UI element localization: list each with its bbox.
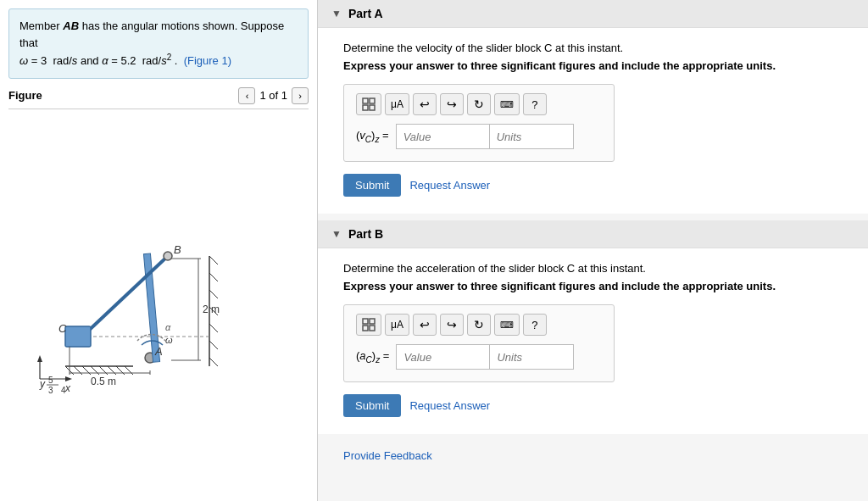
axis-y: y: [39, 378, 46, 390]
figure-title: Figure: [8, 89, 42, 102]
part-A-help-button[interactable]: ?: [523, 93, 547, 115]
part-A-value-input[interactable]: [396, 124, 489, 149]
svg-rect-29: [363, 105, 368, 110]
part-A-mu-button[interactable]: μA: [385, 93, 409, 115]
part-A-request-link[interactable]: Request Answer: [409, 179, 490, 192]
y-arrow: [37, 355, 42, 362]
part-B-matrix-button[interactable]: [356, 314, 381, 336]
part-A-undo-button[interactable]: ↩: [413, 93, 437, 115]
frac-4: 4: [61, 386, 66, 395]
figure-canvas: B C A ω α 2 m 0.5 m y x: [8, 114, 309, 493]
part-B-undo-button[interactable]: ↩: [413, 314, 437, 336]
part-B-answer-box: μA ↩ ↪ ↻ ⌨ ? (aC)z =: [343, 304, 615, 382]
part-A-body: Determine the velocity of the slider blo…: [318, 28, 868, 214]
problem-text: Member AB has the angular motions shown.…: [19, 19, 284, 67]
part-A-instruction: Express your answer to three significant…: [343, 59, 851, 72]
matrix-icon: [362, 97, 376, 111]
part-A-description: Determine the velocity of the slider blo…: [343, 42, 851, 54]
figure-header: Figure ‹ 1 of 1 ›: [8, 87, 309, 109]
label-omega: ω: [165, 335, 173, 345]
part-A-matrix-button[interactable]: [356, 93, 381, 115]
frac-5: 5: [48, 376, 53, 385]
part-B-help-button[interactable]: ?: [523, 314, 547, 336]
feedback-link[interactable]: Provide Feedback: [343, 449, 432, 462]
svg-rect-30: [370, 105, 375, 110]
part-A-input-row: (vC)z =: [356, 124, 602, 149]
part-B-section: ▼ Part B Determine the acceleration of t…: [318, 220, 868, 434]
left-panel: Member AB has the angular motions shown.…: [0, 0, 318, 501]
part-A-redo-button[interactable]: ↪: [440, 93, 464, 115]
part-A-refresh-button[interactable]: ↻: [467, 93, 491, 115]
part-B-toolbar: μA ↩ ↪ ↻ ⌨ ?: [356, 314, 602, 336]
part-B-header: ▼ Part B: [318, 220, 868, 248]
part-B-instruction: Express your answer to three significant…: [343, 280, 851, 292]
svg-rect-31: [363, 319, 368, 324]
part-B-value-input[interactable]: [396, 344, 489, 370]
svg-rect-34: [370, 326, 375, 331]
slider-C: [65, 326, 91, 347]
label-alpha: α: [165, 322, 171, 332]
part-A-title: Part A: [348, 7, 383, 20]
part-B-mu-button[interactable]: μA: [385, 314, 409, 336]
svg-rect-32: [370, 319, 375, 324]
part-B-submit-button[interactable]: Submit: [343, 394, 401, 417]
label-B: B: [174, 243, 181, 256]
figure-nav: ‹ 1 of 1 ›: [238, 87, 309, 104]
figure-link[interactable]: (Figure 1): [184, 54, 231, 67]
part-B-actions: Submit Request Answer: [343, 394, 851, 417]
part-A-toolbar: μA ↩ ↪ ↻ ⌨ ?: [356, 93, 602, 115]
svg-line-12: [209, 290, 218, 298]
svg-rect-33: [363, 326, 368, 331]
part-B-description: Determine the acceleration of the slider…: [343, 262, 851, 275]
svg-line-10: [209, 256, 218, 264]
svg-line-14: [209, 324, 218, 332]
feedback-section: Provide Feedback: [318, 441, 868, 479]
part-A-header: ▼ Part A: [318, 0, 868, 28]
svg-rect-28: [370, 98, 375, 103]
part-A-answer-box: μA ↩ ↪ ↻ ⌨ ? (vC)z =: [343, 84, 615, 162]
part-B-arrow[interactable]: ▼: [331, 228, 342, 240]
part-B-redo-button[interactable]: ↪: [440, 314, 464, 336]
part-B-body: Determine the acceleration of the slider…: [318, 248, 868, 434]
part-B-title: Part B: [348, 227, 383, 241]
figure-section: Figure ‹ 1 of 1 ›: [8, 87, 309, 493]
part-A-keyboard-button[interactable]: ⌨: [494, 93, 520, 115]
x-arrow: [65, 376, 72, 381]
frac-3: 3: [48, 386, 53, 395]
label-A: A: [154, 345, 163, 358]
part-B-keyboard-button[interactable]: ⌨: [494, 314, 520, 336]
part-A-arrow[interactable]: ▼: [331, 8, 342, 19]
figure-svg: B C A ω α 2 m 0.5 m y x: [23, 209, 294, 396]
part-B-refresh-button[interactable]: ↻: [467, 314, 491, 336]
part-A-section: ▼ Part A Determine the velocity of the s…: [318, 0, 868, 214]
label-C: C: [58, 322, 67, 335]
part-A-input-label: (vC)z =: [356, 129, 389, 144]
dim-05m: 0.5 m: [91, 376, 116, 387]
part-B-units-input[interactable]: [489, 344, 574, 370]
figure-prev-button[interactable]: ‹: [238, 87, 255, 104]
problem-statement: Member AB has the angular motions shown.…: [8, 8, 309, 79]
figure-page-label: 1 of 1: [259, 89, 287, 102]
part-A-submit-button[interactable]: Submit: [343, 174, 401, 197]
part-B-input-row: (aC)z =: [356, 344, 602, 370]
right-panel: ▼ Part A Determine the velocity of the s…: [318, 0, 868, 501]
svg-rect-27: [363, 98, 368, 103]
part-B-input-label: (aC)z =: [356, 349, 389, 365]
matrix-icon-b: [362, 318, 376, 331]
figure-next-button[interactable]: ›: [292, 87, 309, 104]
svg-line-15: [209, 341, 218, 349]
part-A-actions: Submit Request Answer: [343, 174, 851, 197]
pin-B: [164, 252, 172, 260]
svg-line-16: [209, 358, 218, 366]
part-A-units-input[interactable]: [489, 124, 574, 149]
svg-line-11: [209, 273, 218, 281]
part-B-request-link[interactable]: Request Answer: [409, 399, 490, 412]
dim-2m: 2 m: [203, 303, 220, 315]
